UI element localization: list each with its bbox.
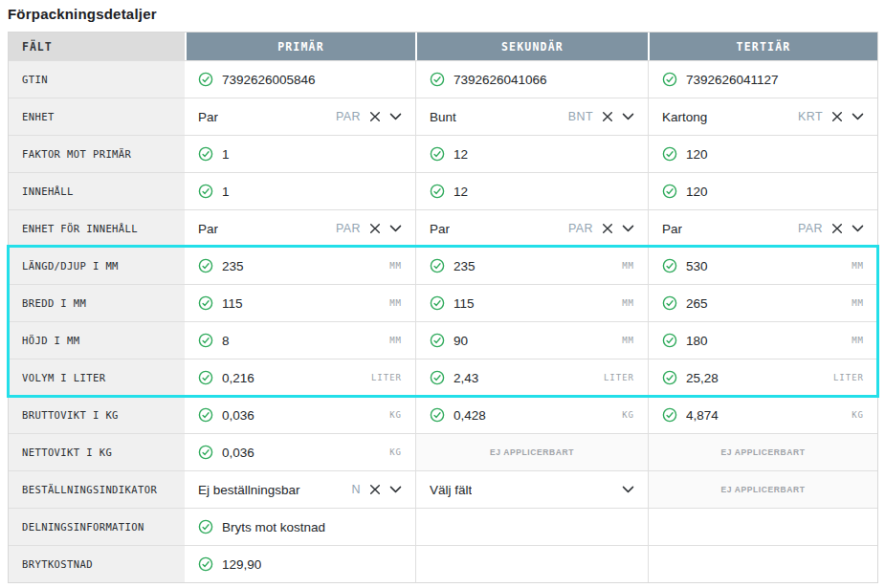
select-field[interactable]: ParPAR xyxy=(648,209,877,247)
field-cell[interactable]: Bryts mot kostnad xyxy=(185,508,415,545)
select-field[interactable]: ParPAR xyxy=(415,209,648,247)
row-label: NETTOVIKT I KG xyxy=(9,433,185,470)
field-cell[interactable]: 7392626041066 xyxy=(415,60,648,98)
unit-label: MM xyxy=(846,336,864,345)
chevron-down-icon[interactable] xyxy=(622,113,634,120)
field-value: 0,036 xyxy=(222,408,254,423)
field-cell[interactable]: 0,428KG xyxy=(415,396,648,433)
unit-label: MM xyxy=(616,261,634,271)
field-value: 115 xyxy=(222,296,243,311)
select-value: Bunt xyxy=(430,110,456,124)
field-cell[interactable]: 12 xyxy=(415,135,648,172)
field-cell[interactable]: 115MM xyxy=(415,284,648,321)
chevron-down-icon[interactable] xyxy=(622,225,634,232)
row-label: ENHET FÖR INNEHÅLL xyxy=(9,209,185,247)
field-value: 180 xyxy=(686,334,708,348)
field-value: 2,43 xyxy=(454,371,478,385)
row-label: BREDD I MM xyxy=(9,284,185,321)
field-cell[interactable]: 8MM xyxy=(185,321,415,359)
select-field[interactable]: Ej beställningsbarN xyxy=(185,470,415,508)
clear-x-icon[interactable] xyxy=(831,223,843,234)
chevron-down-icon[interactable] xyxy=(852,113,864,120)
field-cell[interactable]: 180MM xyxy=(648,321,877,359)
na-label: EJ APPLICERBART xyxy=(720,485,805,494)
unit-code: PAR xyxy=(798,222,823,235)
clear-x-icon[interactable] xyxy=(369,484,381,495)
unit-label: LITER xyxy=(365,373,402,382)
check-circle-icon xyxy=(198,445,213,460)
select-field[interactable]: Välj fält xyxy=(415,470,648,508)
clear-x-icon[interactable] xyxy=(831,111,843,122)
chevron-down-icon[interactable] xyxy=(389,225,402,232)
field-value: 120 xyxy=(686,147,708,162)
check-circle-icon xyxy=(662,146,677,162)
check-circle-icon xyxy=(198,146,213,162)
clear-x-icon[interactable] xyxy=(602,223,613,234)
field-cell[interactable]: 0,216LITER xyxy=(185,359,415,396)
field-cell[interactable]: 25,28LITER xyxy=(648,359,877,396)
check-circle-icon xyxy=(198,556,213,572)
field-cell[interactable]: 4,874KG xyxy=(648,396,877,433)
unit-label: LITER xyxy=(598,373,634,382)
field-cell[interactable]: 530MM xyxy=(648,247,877,284)
page-title: Förpackningsdetaljer xyxy=(8,6,157,22)
check-circle-icon xyxy=(430,72,445,87)
select-field[interactable]: ParPAR xyxy=(185,209,415,247)
check-circle-icon xyxy=(430,407,445,423)
select-field[interactable]: BuntBNT xyxy=(415,98,648,135)
row-label: INNEHÅLL xyxy=(9,172,185,209)
field-cell[interactable]: 2,43LITER xyxy=(415,359,648,396)
chevron-down-icon[interactable] xyxy=(389,113,402,120)
chevron-down-icon[interactable] xyxy=(622,486,634,493)
clear-x-icon[interactable] xyxy=(602,111,613,122)
select-value: Par xyxy=(662,222,682,236)
field-value: 1 xyxy=(222,147,230,162)
field-cell[interactable]: 12 xyxy=(415,172,648,209)
check-circle-icon xyxy=(430,146,445,162)
clear-x-icon[interactable] xyxy=(369,223,381,234)
field-cell[interactable]: 129,90 xyxy=(185,545,415,582)
check-circle-icon xyxy=(662,407,677,423)
field-value: 1 xyxy=(222,185,230,199)
clear-x-icon[interactable] xyxy=(369,111,381,122)
field-cell[interactable]: 235MM xyxy=(185,247,415,284)
field-cell[interactable]: 1 xyxy=(185,172,415,209)
check-circle-icon xyxy=(662,184,677,199)
chevron-down-icon[interactable] xyxy=(389,486,402,493)
check-circle-icon xyxy=(662,333,677,348)
row-label: LÄNGD/DJUP I MM xyxy=(9,247,185,284)
field-cell[interactable]: 120 xyxy=(648,135,877,172)
field-cell[interactable]: 0,036KG xyxy=(185,396,415,433)
unit-label: KG xyxy=(616,410,634,420)
field-value: 4,874 xyxy=(686,408,719,423)
column-header-f-lt: FÄLT xyxy=(9,33,185,60)
unit-code: KRT xyxy=(798,110,823,123)
field-value: 25,28 xyxy=(686,371,719,385)
check-circle-icon xyxy=(430,258,445,273)
select-field[interactable]: KartongKRT xyxy=(648,98,877,135)
empty-cell xyxy=(415,545,648,582)
check-circle-icon xyxy=(662,370,677,385)
field-cell[interactable]: 265MM xyxy=(648,284,877,321)
empty-cell xyxy=(648,545,877,582)
unit-code: N xyxy=(352,483,361,496)
unit-label: KG xyxy=(384,410,402,420)
field-cell[interactable]: 90MM xyxy=(415,321,648,359)
select-field[interactable]: ParPAR xyxy=(185,98,415,135)
field-cell[interactable]: 7392626041127 xyxy=(648,60,877,98)
chevron-down-icon[interactable] xyxy=(852,225,864,232)
field-cell[interactable]: 115MM xyxy=(185,284,415,321)
row-label: HÖJD I MM xyxy=(9,321,185,359)
column-header-sekund-r: SEKUNDÄR xyxy=(415,33,648,60)
field-value: 12 xyxy=(454,185,468,199)
select-value: Par xyxy=(198,110,218,124)
unit-label: LITER xyxy=(828,373,864,382)
field-cell[interactable]: 1 xyxy=(185,135,415,172)
field-cell[interactable]: 120 xyxy=(648,172,877,209)
row-label: DELNINGSINFORMATION xyxy=(9,508,185,545)
field-value: 7392626005846 xyxy=(222,73,316,87)
field-cell[interactable]: 7392626005846 xyxy=(185,60,415,98)
field-cell[interactable]: 0,036KG xyxy=(185,433,415,470)
field-cell[interactable]: 235MM xyxy=(415,247,648,284)
unit-label: MM xyxy=(616,298,634,308)
